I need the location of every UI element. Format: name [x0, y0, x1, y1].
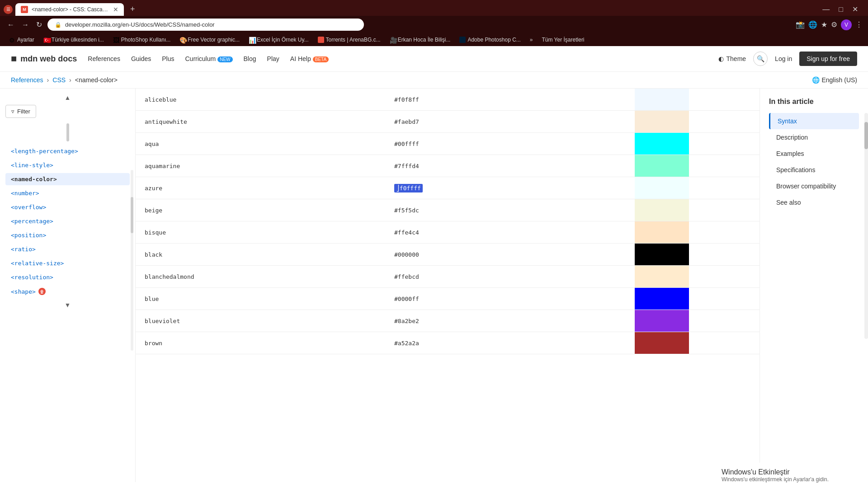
table-row: blueviolet #8a2be2 — [136, 310, 760, 332]
back-button[interactable]: ← — [5, 19, 16, 31]
sidebar-collapse-arrow[interactable]: ▲ — [65, 94, 71, 101]
table-row: black #000000 — [136, 244, 760, 266]
forward-button[interactable]: → — [20, 19, 31, 31]
main-layout: ▲ ▿ Filter <length-percentage> <line-sty… — [0, 89, 868, 482]
filter-button[interactable]: ▿ Filter — [5, 105, 36, 118]
color-swatch-cell — [635, 133, 760, 155]
bookmark-excel[interactable]: 📊 Excel İçin Örnek Uy... — [245, 35, 312, 44]
browser-menu-icon[interactable]: ☰ — [4, 5, 13, 14]
win-activate-subtitle: Windows'u etkinleştirmek için Ayarlar'a … — [722, 476, 861, 482]
bookmark-vector[interactable]: 🎨 Free Vector graphic... — [176, 35, 243, 44]
minimize-button[interactable]: — — [820, 5, 832, 14]
maximize-button[interactable]: □ — [836, 5, 846, 14]
bookmark-erkan[interactable]: 🎥 Erkan Hoca İle Bilişi... — [386, 35, 454, 44]
color-swatch-cell — [635, 244, 760, 266]
color-swatch — [635, 89, 689, 110]
sidebar-item-relative-size[interactable]: <relative-size> — [5, 257, 130, 269]
toc-item-browser-compat[interactable]: Browser compatibility — [769, 178, 859, 194]
address-actions: 📸 🌐 ★ ⚙ V ⋮ — [796, 19, 863, 30]
toc-item-examples[interactable]: Examples — [769, 145, 859, 162]
color-swatch — [635, 244, 689, 265]
color-hex: #000000 — [385, 244, 635, 266]
sidebar-item-length-percentage[interactable]: <length-percentage> — [5, 145, 130, 157]
bookmark-star-btn[interactable]: ★ — [821, 20, 827, 29]
main-nav: References Guides Plus CurriculumNEW Blo… — [88, 55, 329, 62]
color-swatch-cell — [635, 111, 760, 133]
color-hex: #f0f8ff — [385, 89, 635, 111]
sidebar-item-shape[interactable]: <shape> 🗑 — [5, 285, 130, 298]
toc-item-specifications[interactable]: Specifications — [769, 162, 859, 178]
sidebar-item-resolution[interactable]: <resolution> — [5, 271, 130, 283]
language-selector[interactable]: 🌐 English (US) — [812, 76, 857, 84]
table-row: brown #a52a2a — [136, 332, 760, 354]
color-hex-azure[interactable]: ⎦f0ffff — [385, 177, 635, 199]
login-button[interactable]: Log in — [775, 55, 792, 62]
nav-ai-help[interactable]: AI HelpBETA — [290, 55, 329, 62]
sidebar-item-line-style[interactable]: <line-style> — [5, 159, 130, 171]
sidebar-item-percentage[interactable]: <percentage> — [5, 215, 130, 227]
breadcrumb: References › CSS › <named-color> 🌐 Engli… — [0, 72, 868, 89]
search-button[interactable]: 🔍 — [753, 52, 768, 66]
profile-btn[interactable]: V — [841, 19, 852, 30]
win-activate-title: Windows'u Etkinleştir — [722, 468, 861, 476]
color-hex: #faebd7 — [385, 111, 635, 133]
theme-button[interactable]: ◐ Theme — [718, 55, 746, 62]
shape-delete-icon: 🗑 — [38, 288, 46, 295]
color-hex: #a52a2a — [385, 332, 635, 354]
table-row: azure ⎦f0ffff — [136, 177, 760, 199]
sidebar-item-named-color[interactable]: <named-color> — [5, 173, 130, 185]
bookmark-label: Adobe Photoshop C... — [467, 37, 520, 43]
sidebar-item-position[interactable]: <position> — [5, 229, 130, 241]
sidebar-item-number[interactable]: <number> — [5, 187, 130, 199]
nav-blog[interactable]: Blog — [244, 55, 256, 62]
breadcrumb-left: References › CSS › <named-color> — [11, 76, 118, 84]
address-bar: ← → ↻ 🔒 developer.mozilla.org/en-US/docs… — [0, 16, 868, 33]
bookmark-ayarlar[interactable]: ⚙ Ayarlar — [5, 35, 38, 44]
bookmarks-more-button[interactable]: » — [526, 35, 537, 44]
nav-guides[interactable]: Guides — [131, 55, 151, 62]
menu-btn[interactable]: ⋮ — [855, 20, 863, 29]
bookmark-photoshop[interactable]: 🖼 PhotoShop Kullanı... — [109, 35, 174, 44]
hex-selected-text[interactable]: ⎦f0ffff — [394, 184, 423, 192]
color-name: aqua — [136, 133, 385, 155]
nav-curriculum[interactable]: CurriculumNEW — [185, 55, 233, 62]
sidebar-expand-arrow[interactable]: ▼ — [65, 301, 71, 309]
refresh-button[interactable]: ↻ — [34, 19, 44, 31]
theme-label: Theme — [726, 55, 746, 62]
translate-btn[interactable]: 🌐 — [808, 20, 817, 29]
close-button[interactable]: ✕ — [849, 4, 861, 14]
sidebar-item-overflow[interactable]: <overflow> — [5, 201, 130, 213]
bookmark-turkey[interactable]: 🇹🇷 Türkiye ülkesinden i... — [40, 35, 108, 44]
nav-references[interactable]: References — [88, 55, 120, 62]
sidebar-item-ratio[interactable]: <ratio> — [5, 243, 130, 255]
toc-item-description[interactable]: Description — [769, 129, 859, 145]
extensions-btn[interactable]: ⚙ — [831, 20, 837, 29]
bookmark-label: Torrents | ArenaBG.c... — [326, 37, 381, 43]
toc-item-syntax[interactable]: Syntax — [769, 113, 859, 129]
nav-plus[interactable]: Plus — [162, 55, 174, 62]
color-swatch — [635, 177, 689, 199]
color-swatch-cell — [635, 155, 760, 177]
bookmark-all[interactable]: Tüm Yer İşaretleri — [538, 35, 588, 44]
tab-close-button[interactable]: ✕ — [113, 6, 118, 13]
new-tab-button[interactable]: + — [127, 3, 139, 16]
table-row: bisque #ffe4c4 — [136, 221, 760, 244]
color-name: antiquewhite — [136, 111, 385, 133]
mdn-logo[interactable]: ■ mdn web docs — [11, 53, 77, 65]
active-tab[interactable]: M <named-color> - CSS: Cascad... ✕ — [15, 3, 124, 16]
breadcrumb-css[interactable]: CSS — [52, 76, 66, 84]
bookmark-adobe[interactable]: Adobe Photoshop C... — [456, 35, 524, 44]
url-input[interactable]: 🔒 developer.mozilla.org/en-US/docs/Web/C… — [47, 19, 364, 31]
color-swatch — [635, 221, 689, 243]
extension-btn[interactable]: 📸 — [796, 20, 805, 29]
color-swatch — [635, 266, 689, 287]
nav-play[interactable]: Play — [267, 55, 279, 62]
breadcrumb-references[interactable]: References — [11, 76, 43, 84]
color-swatch-cell — [635, 310, 760, 332]
toc-item-see-also[interactable]: See also — [769, 194, 859, 211]
bookmark-torrent[interactable]: Torrents | ArenaBG.c... — [314, 35, 384, 44]
signup-button[interactable]: Sign up for free — [799, 52, 857, 66]
sidebar-items: <length-percentage> <line-style> <named-… — [5, 145, 130, 298]
tab-favicon: M — [21, 6, 28, 13]
color-name: bisque — [136, 221, 385, 244]
